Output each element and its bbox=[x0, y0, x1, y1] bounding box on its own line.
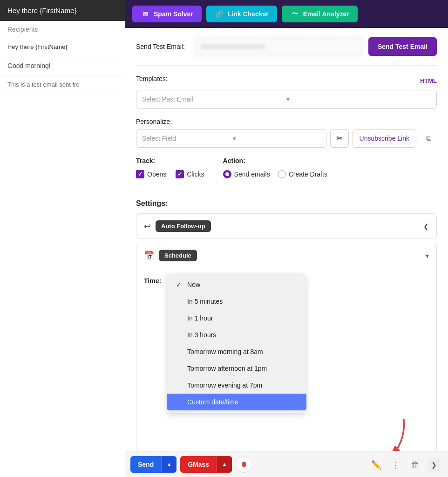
send-test-label: Send Test Email: bbox=[136, 43, 185, 50]
email-analyzer-button[interactable]: 〜 Email Analyzer bbox=[282, 6, 358, 22]
time-option-tomorrow-evening[interactable]: Tomorrow evening at 7pm bbox=[167, 377, 306, 394]
templates-header: Templates: HTML bbox=[136, 75, 437, 86]
time-option-3hours[interactable]: In 3 hours bbox=[167, 327, 306, 343]
chevron-right-icon: ❯ bbox=[431, 461, 437, 469]
unsubscribe-link-button[interactable]: Unsubscribe Link bbox=[353, 129, 416, 148]
select-field-chevron-icon: ▾ bbox=[233, 135, 320, 142]
opens-label: Opens bbox=[147, 170, 166, 178]
sidebar-email-title: Hey there {FirstName} bbox=[7, 7, 76, 14]
schedule-card: 📅 Schedule ▾ Time: ✓ Now bbox=[136, 243, 437, 477]
opens-check-icon: ✓ bbox=[138, 171, 143, 177]
personalize-row: Select Field ▾ ✂ Unsubscribe Link ⧉ bbox=[136, 129, 437, 148]
more-icon: ⋮ bbox=[392, 460, 400, 470]
personalize-section: Personalize: Select Field ▾ ✂ Unsubscrib… bbox=[136, 118, 437, 148]
record-icon: ⏺ bbox=[240, 460, 248, 469]
send-button[interactable]: Send ▲ bbox=[130, 456, 176, 473]
select-field-dropdown[interactable]: Select Field ▾ bbox=[136, 129, 326, 148]
sidebar-email-subject[interactable]: Hey there {FirstName} bbox=[0, 38, 125, 56]
settings-section: Settings: ↩ Auto Follow-up ❮ 📅 Schedule bbox=[136, 199, 437, 477]
action-title: Action: bbox=[223, 157, 327, 164]
time-option-5min[interactable]: In 5 minutes bbox=[167, 293, 306, 310]
sidebar-email-body[interactable]: This is a test email sent fro bbox=[0, 75, 125, 94]
create-drafts-radio[interactable]: Create Drafts bbox=[278, 170, 327, 178]
time-option-tomorrow-afternoon[interactable]: Tomorrow afternoon at 1pm bbox=[167, 360, 306, 377]
templates-chevron-icon: ▾ bbox=[286, 95, 431, 103]
5min-label: In 5 minutes bbox=[187, 298, 223, 305]
time-row: Time: ✓ Now In 5 minutes In 1 hour bbox=[136, 268, 436, 419]
auto-followup-badge: Auto Follow-up bbox=[156, 220, 211, 232]
now-check-icon: ✓ bbox=[176, 281, 183, 288]
templates-section: Templates: HTML Select Past Email ▾ bbox=[136, 75, 437, 109]
auto-followup-left: ↩ Auto Follow-up bbox=[144, 220, 211, 232]
time-label: Time: bbox=[144, 277, 161, 285]
send-emails-radio-circle[interactable] bbox=[223, 170, 231, 178]
custom-label: Custom date/time bbox=[187, 398, 238, 406]
html-link[interactable]: HTML bbox=[420, 77, 437, 84]
tomorrow-evening-label: Tomorrow evening at 7pm bbox=[187, 382, 262, 389]
send-emails-radio-dot bbox=[225, 172, 229, 176]
schedule-badge: Schedule bbox=[159, 250, 197, 261]
send-dropdown-arrow-icon[interactable]: ▲ bbox=[161, 457, 176, 472]
spam-solver-button[interactable]: ✉ Spam Solver bbox=[132, 6, 202, 22]
sidebar: Hey there {FirstName} Recipients Hey the… bbox=[0, 0, 125, 477]
scissors-icon: ✂ bbox=[336, 134, 342, 143]
copy-button[interactable]: ⧉ bbox=[420, 130, 437, 147]
content-area: Send Test Email: Send Test Email Templat… bbox=[125, 28, 448, 477]
schedule-chevron-icon: ▾ bbox=[426, 252, 429, 259]
time-option-1hour[interactable]: In 1 hour bbox=[167, 310, 306, 327]
edit-button[interactable]: ✏️ bbox=[369, 457, 384, 472]
settings-title: Settings: bbox=[136, 199, 437, 208]
time-option-tomorrow-morning[interactable]: Tomorrow morning at 8am bbox=[167, 343, 306, 360]
record-button[interactable]: ⏺ bbox=[236, 456, 252, 473]
3hours-label: In 3 hours bbox=[187, 331, 216, 339]
send-test-button[interactable]: Send Test Email bbox=[368, 37, 437, 56]
time-option-custom[interactable]: Custom date/time bbox=[167, 394, 306, 410]
clicks-checkbox-item[interactable]: ✓ Clicks bbox=[176, 170, 204, 178]
auto-followup-header[interactable]: ↩ Auto Follow-up ❮ bbox=[136, 214, 436, 238]
send-emails-label: Send emails bbox=[234, 170, 270, 178]
track-action-row: Track: ✓ Opens ✓ Clicks bbox=[136, 157, 437, 188]
gmass-dropdown-arrow-icon[interactable]: ▲ bbox=[217, 457, 232, 472]
clicks-label: Clicks bbox=[187, 170, 204, 178]
send-test-input[interactable] bbox=[195, 37, 363, 56]
track-title: Track: bbox=[136, 157, 204, 164]
link-checker-button[interactable]: 🔗 Link Checker bbox=[206, 6, 277, 22]
spam-icon: ✉ bbox=[141, 9, 150, 19]
sidebar-recipients: Recipients bbox=[0, 21, 125, 38]
track-section: Track: ✓ Opens ✓ Clicks bbox=[136, 157, 204, 178]
auto-followup-chevron-icon: ❮ bbox=[423, 223, 429, 230]
send-emails-radio[interactable]: Send emails bbox=[223, 170, 270, 178]
bottom-actions: ✏️ ⋮ 🗑 ❯ bbox=[369, 457, 441, 472]
gmass-button[interactable]: GMass ▲ bbox=[180, 456, 232, 473]
templates-dropdown[interactable]: Select Past Email ▾ bbox=[136, 90, 437, 109]
auto-followup-card: ↩ Auto Follow-up ❮ bbox=[136, 213, 437, 239]
next-button[interactable]: ❯ bbox=[428, 458, 441, 471]
followup-icon: ↩ bbox=[144, 221, 151, 232]
more-options-button[interactable]: ⋮ bbox=[388, 457, 403, 472]
opens-checkbox-item[interactable]: ✓ Opens bbox=[136, 170, 166, 178]
tomorrow-morning-label: Tomorrow morning at 8am bbox=[187, 348, 263, 355]
personalize-scissors-button[interactable]: ✂ bbox=[330, 129, 349, 148]
delete-button[interactable]: 🗑 bbox=[408, 457, 423, 472]
toolbar: ✉ Spam Solver 🔗 Link Checker 〜 Email Ana… bbox=[125, 0, 448, 28]
schedule-left: 📅 Schedule bbox=[144, 250, 197, 261]
sidebar-email-greeting[interactable]: Good morning! bbox=[0, 56, 125, 75]
send-main-label: Send bbox=[130, 456, 161, 473]
action-section: Action: Send emails Create Drafts bbox=[223, 157, 327, 178]
analyzer-icon: 〜 bbox=[290, 9, 299, 19]
time-option-now[interactable]: ✓ Now bbox=[167, 276, 306, 293]
create-drafts-radio-circle[interactable] bbox=[278, 170, 286, 178]
gmass-main-label: GMass bbox=[180, 456, 217, 473]
sidebar-header: Hey there {FirstName} bbox=[0, 0, 125, 21]
copy-icon: ⧉ bbox=[426, 134, 431, 143]
action-radio-row: Send emails Create Drafts bbox=[223, 170, 327, 178]
clicks-checkbox[interactable]: ✓ bbox=[176, 170, 184, 178]
trash-icon: 🗑 bbox=[411, 460, 420, 470]
templates-placeholder: Select Past Email bbox=[142, 95, 286, 103]
time-dropdown[interactable]: ✓ Now In 5 minutes In 1 hour bbox=[167, 273, 306, 413]
main-panel: ✉ Spam Solver 🔗 Link Checker 〜 Email Ana… bbox=[125, 0, 448, 477]
calendar-icon: 📅 bbox=[144, 251, 154, 261]
schedule-header[interactable]: 📅 Schedule ▾ bbox=[136, 243, 436, 268]
create-drafts-label: Create Drafts bbox=[289, 170, 327, 178]
opens-checkbox[interactable]: ✓ bbox=[136, 170, 144, 178]
